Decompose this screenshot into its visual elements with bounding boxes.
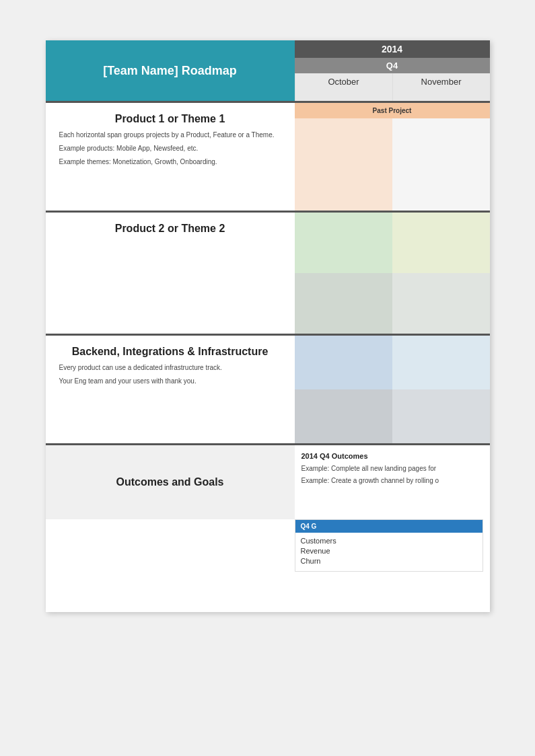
past-project-bar: Past Project <box>295 103 490 118</box>
outcomes-title: Outcomes and Goals <box>116 476 223 488</box>
product2-oct-top <box>295 213 392 273</box>
product2-section: Product 2 or Theme 2 <box>46 211 490 334</box>
backend-top <box>295 336 490 389</box>
product2-label: Product 2 or Theme 2 <box>46 213 295 334</box>
product2-top <box>295 213 490 273</box>
product1-months <box>295 118 490 211</box>
product2-oct-bot <box>295 273 392 334</box>
product1-desc1: Each horizontal span groups projects by … <box>59 130 281 140</box>
goals-spacer <box>46 519 295 572</box>
product2-bottom <box>295 273 490 334</box>
product1-section: Product 1 or Theme 1 Each horizontal spa… <box>46 101 490 211</box>
outcomes-label: Outcomes and Goals <box>46 445 295 519</box>
backend-content <box>295 336 490 443</box>
goals-box: Q4 G Customers Revenue Churn <box>295 519 483 572</box>
backend-title: Backend, Integrations & Infrastructure <box>59 346 281 358</box>
outcomes-line1: Example: Complete all new landing pages … <box>301 464 483 474</box>
product2-nov-bot <box>392 273 490 334</box>
roadmap-container: [Team Name] Roadmap 2014 Q4 October Nove… <box>46 40 490 612</box>
product1-bars: Past Project <box>295 103 490 211</box>
product1-desc2: Example products: Mobile App, Newsfeed, … <box>59 144 281 153</box>
title-text: [Team Name] Roadmap <box>103 64 237 78</box>
backend-nov-bot <box>392 389 490 443</box>
outcomes-content: 2014 Q4 Outcomes Example: Complete all n… <box>295 445 490 519</box>
quarter-label: Q4 <box>295 58 490 73</box>
roadmap-title: [Team Name] Roadmap <box>46 40 295 101</box>
months-row: October November <box>295 73 490 101</box>
backend-desc2: Your Eng team and your users with thank … <box>59 377 281 386</box>
product1-label: Product 1 or Theme 1 Each horizontal spa… <box>46 103 295 211</box>
goals-item-churn: Churn <box>301 557 477 565</box>
goals-row: Q4 G Customers Revenue Churn <box>46 519 490 572</box>
goals-items: Customers Revenue Churn <box>295 533 483 571</box>
backend-section: Backend, Integrations & Infrastructure E… <box>46 334 490 443</box>
product2-title: Product 2 or Theme 2 <box>59 223 281 235</box>
product2-content <box>295 213 490 334</box>
backend-bottom <box>295 389 490 443</box>
backend-nov-top <box>392 336 490 389</box>
goals-item-customers: Customers <box>301 537 477 545</box>
product1-november-block <box>392 118 490 211</box>
outcomes-content-title: 2014 Q4 Outcomes <box>301 452 483 460</box>
outcomes-section: Outcomes and Goals 2014 Q4 Outcomes Exam… <box>46 443 490 519</box>
product1-october-block <box>295 118 392 211</box>
backend-label: Backend, Integrations & Infrastructure E… <box>46 336 295 443</box>
header-right: 2014 Q4 October November <box>295 40 490 101</box>
product2-nov-top <box>392 213 490 273</box>
outcomes-line2: Example: Create a growth channel by roll… <box>301 476 483 486</box>
month-november: November <box>392 73 490 101</box>
goals-header: Q4 G <box>295 520 483 533</box>
bottom-spacer <box>46 572 490 612</box>
month-october: October <box>295 73 392 101</box>
backend-desc1: Every product can use a dedicated infras… <box>59 363 281 373</box>
header-row: [Team Name] Roadmap 2014 Q4 October Nove… <box>46 40 490 101</box>
year-label: 2014 <box>295 40 490 58</box>
goals-item-revenue: Revenue <box>301 547 477 555</box>
product1-content: Past Project <box>295 103 490 211</box>
product1-desc3: Example themes: Monetization, Growth, On… <box>59 157 281 167</box>
backend-oct-bot <box>295 389 392 443</box>
product1-title: Product 1 or Theme 1 <box>59 113 281 125</box>
backend-oct-top <box>295 336 392 389</box>
